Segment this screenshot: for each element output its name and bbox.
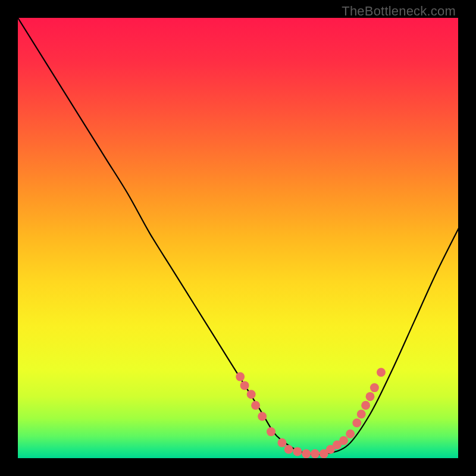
- chart-marker: [346, 430, 355, 439]
- chart-marker: [258, 412, 267, 421]
- chart-marker: [251, 401, 260, 410]
- chart-marker: [236, 372, 245, 381]
- chart-marker: [240, 381, 249, 390]
- chart-background-gradient: [18, 18, 458, 458]
- watermark-text: TheBottleneck.com: [342, 4, 456, 19]
- chart-marker: [284, 445, 293, 454]
- chart-marker: [267, 427, 275, 436]
- chart-marker: [311, 449, 320, 458]
- chart-marker: [339, 436, 348, 445]
- chart-marker: [361, 401, 370, 410]
- chart-marker: [357, 410, 366, 419]
- chart-marker: [370, 383, 379, 392]
- chart-marker: [293, 447, 302, 456]
- chart-plot-area: [18, 18, 458, 458]
- chart-marker: [366, 392, 375, 401]
- chart-marker: [352, 418, 361, 427]
- chart-svg: [18, 18, 458, 458]
- chart-marker: [247, 390, 256, 399]
- chart-marker: [278, 439, 287, 447]
- chart-marker: [302, 449, 311, 458]
- chart-marker: [377, 368, 386, 377]
